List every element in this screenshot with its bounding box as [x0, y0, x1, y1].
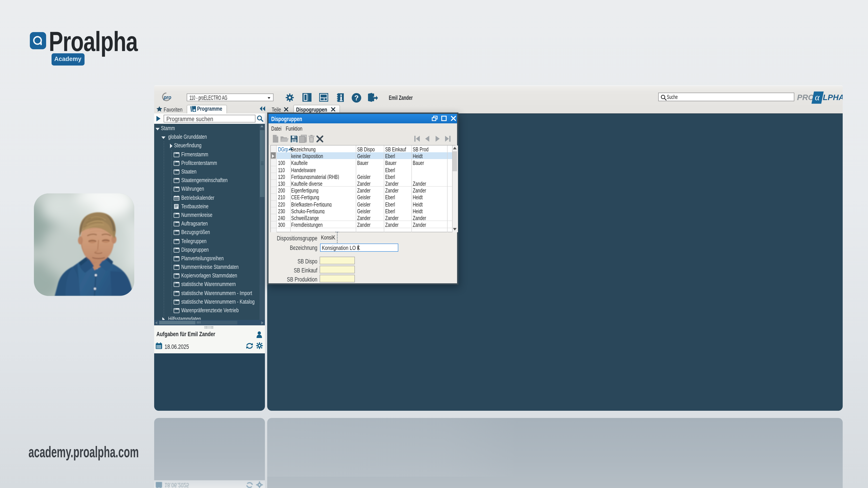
svg-text:PRO: PRO	[797, 93, 814, 102]
svg-text:α: α	[815, 92, 820, 102]
svg-text:pro: pro	[163, 94, 171, 100]
svg-text:?: ?	[354, 94, 359, 102]
svg-text:LPHA: LPHA	[823, 93, 843, 102]
